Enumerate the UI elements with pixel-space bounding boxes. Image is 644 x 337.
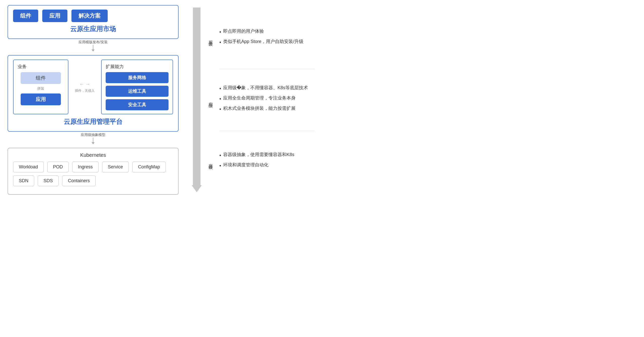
bullet-dot-3-1: • — [219, 152, 221, 159]
level-label-app: 应用级 — [208, 99, 214, 101]
arrow-right-icon: → — [85, 81, 90, 87]
bullet-text-1-1: 即点即用的用户体验 — [223, 28, 264, 35]
k8s-row1: Workload POD Ingress Service ConfigMap — [13, 162, 173, 172]
mgmt-inner-row: 业务 组件 拼装 应用 ← → 插件，无侵入 扩展能力 服务网格 运维工具 安全… — [13, 60, 173, 114]
bullet-text-2-3: 积木式业务模块拼装，能力按需扩展 — [223, 105, 296, 112]
plugin-arrows: ← → — [79, 81, 90, 87]
bullet-2-1: • 应用级�象，不用懂容器、K8s等底层技术 — [219, 84, 314, 92]
security-tools-button: 安全工具 — [106, 99, 169, 110]
connector1-label: 应用模版发布/安装 — [78, 40, 108, 44]
containers-item: Containers — [62, 175, 96, 186]
connector2: 应用级抽象模型 — [8, 133, 179, 144]
service-level-section: • 即点即用的用户体验 • 类似手机App Store，用户自助安装/升级 — [219, 8, 314, 69]
ops-tools-button: 运维工具 — [106, 86, 169, 97]
container-level-section: • 容器级抽象，使用需要懂容器和K8s • 环境和调度管理自动化 — [219, 131, 314, 192]
level-label-container: 容器级 — [208, 160, 214, 163]
bullet-text-2-2: 应用全生命周期管理，专注业务本身 — [223, 95, 296, 102]
bullet-dot-1-1: • — [219, 28, 221, 36]
bullet-text-3-1: 容器级抽象，使用需要懂容器和K8s — [223, 151, 294, 158]
app-market-buttons-row: 组件 应用 解决方案 — [13, 10, 173, 22]
level-labels: 服务级 应用级 容器级 — [207, 5, 214, 195]
vertical-arrow-container — [191, 5, 202, 195]
bullet-3-2: • 环境和调度管理自动化 — [219, 162, 314, 169]
sds-item: SDS — [38, 175, 59, 186]
business-title: 业务 — [18, 64, 27, 70]
bullet-2-3: • 积木式业务模块拼装，能力按需扩展 — [219, 105, 314, 113]
service-item: Service — [102, 162, 129, 172]
app-button: 应用 — [42, 10, 67, 22]
bullet-text-1-2: 类似手机App Store，用户自助安装/升级 — [223, 38, 303, 45]
right-panel: 服务级 应用级 容器级 • 即点即用的用户体验 • 类似手机App Store，… — [186, 5, 314, 195]
mgmt-platform-box: 业务 组件 拼装 应用 ← → 插件，无侵入 扩展能力 服务网格 运维工具 安全… — [8, 55, 179, 132]
mgmt-platform-title: 云原生应用管理平台 — [13, 117, 173, 126]
service-mesh-button: 服务网格 — [106, 72, 169, 83]
right-content: • 即点即用的用户体验 • 类似手机App Store，用户自助安装/升级 • … — [219, 5, 314, 195]
kubernetes-box: Kubernetes Workload POD Ingress Service … — [8, 148, 179, 195]
bullet-2-2: • 应用全生命周期管理，专注业务本身 — [219, 95, 314, 103]
app-market-box: 组件 应用 解决方案 云原生应用市场 — [8, 5, 179, 39]
extension-title: 扩展能力 — [106, 64, 169, 70]
ingress-item: Ingress — [72, 162, 99, 172]
app-market-title: 云原生应用市场 — [13, 25, 173, 33]
bullet-dot-2-2: • — [219, 95, 221, 103]
extension-box: 扩展能力 服务网格 运维工具 安全工具 — [101, 60, 173, 114]
left-panel: 组件 应用 解决方案 云原生应用市场 应用模版发布/安装 业务 组件 拼装 应用 — [8, 5, 179, 195]
connector1: 应用模版发布/安装 — [8, 40, 179, 52]
app-level-section: • 应用级�象，不用懂容器、K8s等底层技术 • 应用全生命周期管理，专注业务本… — [219, 69, 314, 130]
component-light-button: 组件 — [21, 72, 61, 84]
solution-button: 解决方案 — [71, 10, 108, 22]
bullet-dot-2-1: • — [219, 85, 221, 92]
app-wide-button: 应用 — [21, 93, 61, 105]
arrow-shaft — [193, 8, 200, 185]
arrow-head — [192, 185, 202, 192]
connector2-label: 应用级抽象模型 — [81, 133, 105, 137]
configmap-item: ConfigMap — [132, 162, 166, 172]
pod-item: POD — [47, 162, 69, 172]
plugin-label: 插件，无侵入 — [75, 88, 95, 93]
sdn-item: SDN — [13, 175, 34, 186]
bullet-text-3-2: 环境和调度管理自动化 — [223, 162, 268, 168]
workload-item: Workload — [13, 162, 44, 172]
bullet-dot-1-2: • — [219, 38, 221, 46]
component-button: 组件 — [13, 10, 38, 22]
bullet-dot-2-3: • — [219, 105, 221, 113]
kubernetes-title: Kubernetes — [13, 152, 173, 158]
bullet-3-1: • 容器级抽象，使用需要懂容器和K8s — [219, 151, 314, 159]
bullet-1-1: • 即点即用的用户体验 — [219, 28, 314, 36]
level-label-service: 服务级 — [208, 37, 214, 39]
plugin-label-area: ← → 插件，无侵入 — [73, 60, 96, 114]
arrow-left-icon: ← — [79, 81, 84, 87]
assembly-label: 拼装 — [37, 86, 44, 91]
bullet-1-2: • 类似手机App Store，用户自助安装/升级 — [219, 38, 314, 46]
bullet-text-2-1: 应用级�象，不用懂容器、K8s等底层技术 — [223, 84, 308, 91]
k8s-row2: SDN SDS Containers — [13, 175, 173, 186]
business-box: 业务 组件 拼装 应用 — [13, 60, 68, 114]
bullet-dot-3-2: • — [219, 162, 221, 169]
